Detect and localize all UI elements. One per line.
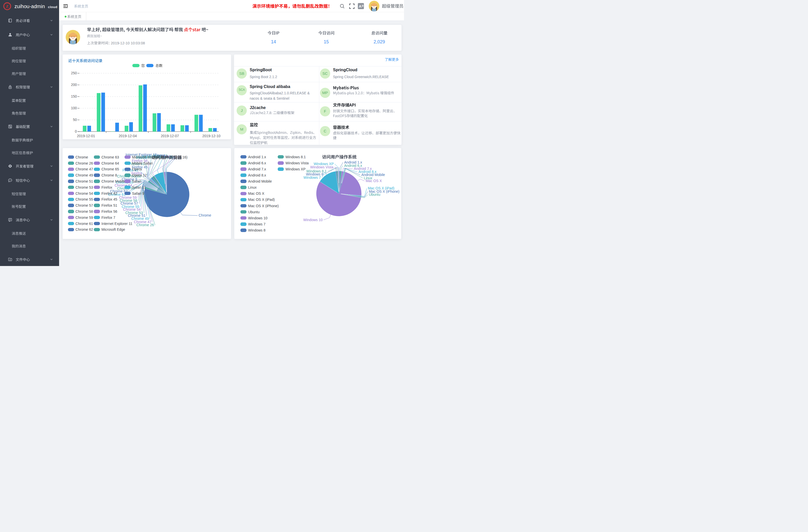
svg-text:A: A [359,4,362,8]
svg-text:Z: Z [6,4,8,8]
